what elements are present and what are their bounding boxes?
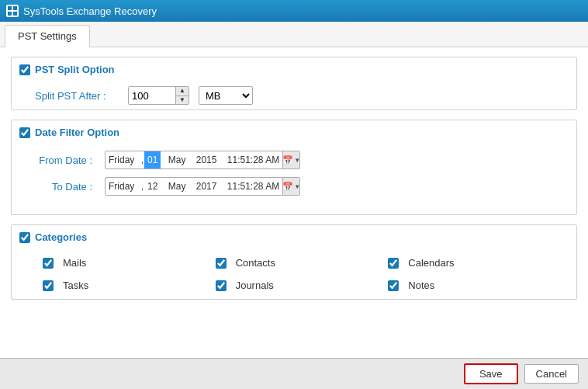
from-month: May: [165, 151, 189, 168]
journals-label: Journals: [236, 280, 274, 291]
calendar-icon-2: 📅: [282, 182, 293, 192]
svg-rect-3: [13, 12, 17, 16]
svg-rect-1: [13, 6, 17, 10]
mails-label: Mails: [63, 257, 86, 269]
to-month: May: [165, 178, 189, 195]
date-filter-label: Date Filter Option: [35, 127, 119, 138]
date-filter-header: Date Filter Option: [12, 120, 576, 144]
from-year: 2015: [193, 151, 220, 168]
tasks-label: Tasks: [63, 280, 88, 291]
app-title: SysTools Exchange Recovery: [23, 5, 157, 17]
pst-split-header: PST Split Option: [12, 57, 576, 82]
titlebar: SysTools Exchange Recovery: [0, 0, 588, 22]
contacts-label: Contacts: [236, 257, 275, 269]
category-tasks: Tasks: [43, 280, 200, 291]
notes-checkbox[interactable]: [388, 280, 399, 291]
category-journals: Journals: [216, 280, 373, 291]
calendars-checkbox[interactable]: [388, 258, 399, 269]
contacts-checkbox[interactable]: [216, 258, 227, 269]
tasks-checkbox[interactable]: [43, 280, 54, 291]
from-date-calendar-button[interactable]: 📅 ▼: [282, 151, 299, 169]
svg-rect-0: [8, 6, 12, 10]
to-date-field[interactable]: Friday , 12 May 2017 11:51:28 AM 📅 ▼: [105, 177, 300, 196]
date-filter-section: Date Filter Option From Date : Friday , …: [11, 120, 577, 215]
tab-bar: PST Settings: [0, 22, 588, 47]
categories-section: Categories Mails Contacts Calendars: [11, 224, 577, 300]
spin-up-button[interactable]: ▲: [176, 86, 189, 96]
dropdown-arrow-icon: ▼: [294, 157, 300, 164]
from-day: 01: [144, 151, 161, 168]
unit-select[interactable]: MB GB KB: [199, 86, 253, 105]
save-button[interactable]: Save: [464, 363, 518, 384]
date-filter-body: From Date : Friday , 01 May 2015 11:51:2…: [12, 144, 576, 214]
dropdown-arrow-icon-2: ▼: [294, 183, 300, 190]
categories-checkbox[interactable]: [19, 232, 30, 243]
main-container: PST Settings PST Split Option Split PST …: [0, 22, 588, 389]
svg-rect-2: [8, 12, 12, 16]
spin-down-button[interactable]: ▼: [176, 96, 189, 106]
categories-header: Categories: [12, 225, 576, 249]
category-mails: Mails: [43, 257, 200, 269]
tab-pst-settings[interactable]: PST Settings: [5, 25, 90, 47]
category-contacts: Contacts: [216, 257, 373, 269]
date-filter-checkbox[interactable]: [19, 127, 30, 138]
to-date-row: To Date : Friday , 12 May 2017 11:51:28 …: [27, 177, 561, 196]
split-value-input[interactable]: [129, 87, 175, 104]
pst-split-section: PST Split Option Split PST After : ▲ ▼ M…: [11, 57, 577, 110]
category-notes: Notes: [388, 280, 545, 291]
split-row: Split PST After : ▲ ▼ MB GB KB: [12, 82, 576, 109]
from-date-field[interactable]: Friday , 01 May 2015 11:51:28 AM 📅 ▼: [105, 151, 300, 169]
to-day: 12: [144, 178, 161, 195]
from-time: 11:51:28 AM: [224, 151, 282, 168]
category-calendars: Calendars: [388, 257, 545, 269]
categories-grid: Mails Contacts Calendars Tasks: [12, 249, 576, 299]
cancel-button[interactable]: Cancel: [524, 364, 579, 384]
from-day-name: Friday: [105, 151, 137, 168]
content-area: PST Split Option Split PST After : ▲ ▼ M…: [0, 47, 588, 358]
calendar-icon: 📅: [282, 155, 293, 165]
split-after-label: Split PST After :: [35, 90, 128, 102]
to-date-label: To Date :: [27, 181, 97, 193]
mails-checkbox[interactable]: [43, 258, 54, 269]
pst-split-checkbox[interactable]: [19, 64, 30, 75]
spin-buttons: ▲ ▼: [175, 86, 189, 105]
to-time: 11:51:28 AM: [224, 178, 282, 195]
journals-checkbox[interactable]: [216, 280, 227, 291]
notes-label: Notes: [408, 280, 434, 291]
from-date-label: From Date :: [27, 155, 97, 166]
pst-split-label: PST Split Option: [35, 64, 115, 75]
split-input-wrap: ▲ ▼: [128, 86, 189, 105]
categories-label: Categories: [35, 231, 87, 243]
to-year: 2017: [193, 178, 220, 195]
app-icon: [6, 5, 19, 17]
to-date-calendar-button[interactable]: 📅 ▼: [282, 177, 299, 196]
to-day-name: Friday: [105, 178, 137, 195]
footer: Save Cancel: [0, 358, 588, 389]
calendars-label: Calendars: [408, 257, 454, 269]
from-date-row: From Date : Friday , 01 May 2015 11:51:2…: [27, 151, 561, 169]
